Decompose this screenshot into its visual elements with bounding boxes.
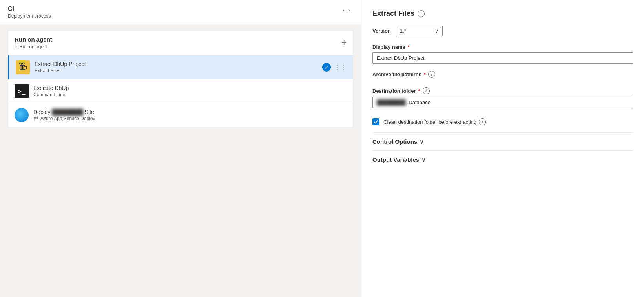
left-content: Run on agent ≡ Run on agent + 🗜 Extract …: [0, 24, 361, 134]
clean-checkbox-info-icon[interactable]: i: [479, 118, 486, 125]
globe-icon: [15, 108, 29, 122]
destination-folder-required: *: [418, 88, 420, 94]
panel-title: Extract Files i: [372, 9, 633, 18]
clean-checkbox[interactable]: [372, 118, 379, 125]
version-value: 1.*: [400, 28, 406, 34]
task-actions-extract: ✓ ⋮⋮: [322, 63, 347, 72]
cmd-icon: >_: [15, 84, 29, 98]
task-name-deploy: Deploy ████████ Site: [33, 109, 347, 115]
output-variables-section[interactable]: Output Variables ∨: [372, 150, 633, 169]
display-name-input[interactable]: [372, 52, 633, 64]
task-info-extract: Extract DbUp Project Extract Files: [35, 61, 317, 73]
task-check-icon: ✓: [322, 63, 331, 72]
agent-icon: ≡: [15, 44, 17, 50]
control-options-section[interactable]: Control Options ∨: [372, 132, 633, 150]
archive-patterns-required: *: [424, 72, 426, 77]
right-panel: Extract Files i Version 1.* ∨ Display na…: [361, 0, 644, 297]
archive-patterns-group: Archive file patterns * i: [372, 71, 633, 80]
archive-patterns-info-icon[interactable]: i: [428, 71, 435, 78]
output-variables-chevron-icon: ∨: [421, 157, 425, 163]
control-options-chevron-icon: ∨: [420, 139, 423, 145]
version-select[interactable]: 1.* ∨: [396, 26, 443, 36]
task-item-extract-dbup[interactable]: 🗜 Extract DbUp Project Extract Files ✓ ⋮…: [8, 55, 353, 79]
task-info-execute: Execute DbUp Command Line: [33, 85, 347, 97]
add-task-button[interactable]: +: [341, 38, 347, 47]
destination-folder-group: Destination folder * i ████████.Database: [372, 87, 633, 108]
task-info-deploy: Deploy ████████ Site 🏁 Azure App Service…: [33, 109, 347, 121]
task-type-execute: Command Line: [33, 92, 347, 97]
version-label: Version: [372, 28, 391, 34]
drag-handle-icon[interactable]: ⋮⋮: [334, 64, 347, 71]
agent-sub: ≡ Run on agent: [15, 44, 52, 50]
checkmark-icon: [374, 119, 378, 124]
task-type-deploy: 🏁 Azure App Service Deploy: [33, 116, 347, 121]
pipeline-subtitle: Deployment process: [8, 13, 51, 19]
more-options-button[interactable]: ···: [341, 6, 353, 13]
version-chevron-icon: ∨: [435, 28, 438, 34]
clean-checkbox-label: Clean destination folder before extracti…: [383, 118, 486, 125]
display-name-label: Display name *: [372, 44, 633, 50]
panel-info-icon[interactable]: i: [418, 10, 425, 17]
task-name-extract: Extract DbUp Project: [35, 61, 317, 67]
version-row: Version 1.* ∨: [372, 26, 633, 36]
display-name-group: Display name *: [372, 44, 633, 64]
clean-checkbox-row: Clean destination folder before extracti…: [372, 118, 633, 125]
destination-folder-suffix: .Database: [407, 99, 431, 105]
agent-header: Run on agent ≡ Run on agent +: [8, 31, 353, 55]
pipeline-title: CI: [8, 6, 51, 13]
task-name-execute: Execute DbUp: [33, 85, 347, 91]
archive-patterns-label: Archive file patterns * i: [372, 71, 633, 78]
destination-folder-redacted: ████████: [377, 99, 406, 105]
destination-folder-label: Destination folder * i: [372, 87, 633, 94]
left-header: CI Deployment process ···: [0, 0, 361, 24]
zip-icon: 🗜: [16, 60, 30, 74]
task-item-deploy-site[interactable]: Deploy ████████ Site 🏁 Azure App Service…: [8, 103, 353, 127]
agent-section: Run on agent ≡ Run on agent + 🗜 Extract …: [8, 30, 353, 127]
destination-folder-info-icon[interactable]: i: [423, 87, 430, 94]
task-type-extract: Extract Files: [35, 68, 317, 73]
agent-title: Run on agent: [15, 36, 52, 43]
destination-folder-input[interactable]: ████████.Database: [372, 97, 633, 108]
task-item-execute-dbup[interactable]: >_ Execute DbUp Command Line: [8, 79, 353, 103]
display-name-required: *: [408, 44, 410, 50]
